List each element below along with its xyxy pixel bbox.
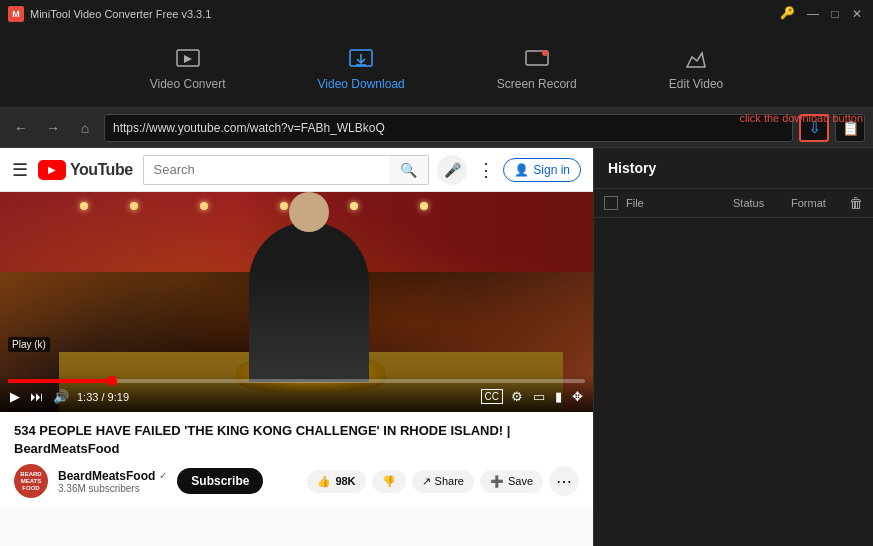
- col-format: Format: [791, 197, 841, 209]
- share-label: Share: [435, 475, 464, 487]
- channel-avatar-text: BEARDMEATSFOOD: [20, 471, 41, 493]
- settings-button[interactable]: ⚙: [509, 387, 525, 406]
- progress-fill: [8, 379, 112, 383]
- back-button[interactable]: ←: [8, 115, 34, 141]
- share-icon: ↗: [422, 475, 431, 488]
- download-hint: click the download button: [739, 112, 863, 124]
- tab-edit-video-label: Edit Video: [669, 77, 724, 91]
- next-button[interactable]: ⏭: [28, 387, 45, 406]
- channel-avatar: BEARDMEATSFOOD: [14, 464, 48, 498]
- delete-all-button[interactable]: 🗑: [849, 195, 863, 211]
- select-all-checkbox[interactable]: [604, 196, 618, 210]
- channel-name-row: BeardMeatsFood ✓: [58, 469, 167, 483]
- title-bar: M MiniTool Video Converter Free v3.3.1 🔑…: [0, 0, 873, 28]
- hamburger-icon[interactable]: ☰: [12, 159, 28, 181]
- person-head: [289, 192, 329, 232]
- save-button[interactable]: ➕ Save: [480, 470, 543, 493]
- share-button[interactable]: ↗ Share: [412, 470, 474, 493]
- channel-name[interactable]: BeardMeatsFood: [58, 469, 155, 483]
- thumbs-up-icon: 👍: [317, 475, 331, 488]
- history-title: History: [594, 148, 873, 189]
- volume-button[interactable]: 🔊: [51, 387, 71, 406]
- like-button[interactable]: 👍 98K: [307, 470, 365, 493]
- more-options-icon[interactable]: ⋮: [477, 159, 495, 181]
- history-table-header: File Status Format 🗑: [594, 189, 873, 218]
- minimize-button[interactable]: —: [805, 6, 821, 22]
- svg-point-5: [542, 50, 548, 56]
- browser-area: ☰ YouTube 🔍 🎤 ⋮ 👤 Sign in: [0, 148, 593, 546]
- progress-bar[interactable]: [8, 379, 585, 383]
- tab-screen-record-label: Screen Record: [497, 77, 577, 91]
- subtitles-button[interactable]: CC: [481, 389, 503, 404]
- mic-button[interactable]: 🎤: [437, 155, 467, 185]
- tab-video-convert-label: Video Convert: [150, 77, 226, 91]
- maximize-button[interactable]: □: [827, 6, 843, 22]
- more-actions-button[interactable]: ⋯: [549, 466, 579, 496]
- video-info: 534 PEOPLE HAVE FAILED 'THE KING KONG CH…: [0, 412, 593, 508]
- app-logo: M: [8, 6, 24, 22]
- user-icon: 👤: [514, 163, 529, 177]
- home-button[interactable]: ⌂: [72, 115, 98, 141]
- app-title: MiniTool Video Converter Free v3.3.1: [30, 8, 211, 20]
- search-input[interactable]: [143, 155, 390, 185]
- main-content: ☰ YouTube 🔍 🎤 ⋮ 👤 Sign in: [0, 148, 873, 546]
- thumbs-down-icon: 👎: [382, 475, 396, 488]
- history-body: [594, 218, 873, 546]
- youtube-logo[interactable]: YouTube: [38, 160, 133, 180]
- sign-in-button[interactable]: 👤 Sign in: [503, 158, 581, 182]
- play-label: Play (k): [8, 337, 50, 352]
- youtube-logo-text: YouTube: [70, 161, 133, 179]
- video-controls: ▶ ⏭ 🔊 1:33 / 9:19 CC ⚙ ▭ ▮ ✥: [0, 375, 593, 412]
- like-count: 98K: [335, 475, 355, 487]
- history-panel: History File Status Format 🗑: [593, 148, 873, 546]
- subscribe-button[interactable]: Subscribe: [177, 468, 263, 494]
- channel-info: BeardMeatsFood ✓ 3.36M subscribers: [58, 469, 167, 494]
- sign-in-label: Sign in: [533, 163, 570, 177]
- video-container[interactable]: Play (k) ▶ ⏭ 🔊 1:33 / 9:19 CC ⚙: [0, 192, 593, 412]
- miniplayer-button[interactable]: ▭: [531, 387, 547, 406]
- search-wrapper: 🔍 🎤: [143, 155, 468, 185]
- controls-row: ▶ ⏭ 🔊 1:33 / 9:19 CC ⚙ ▭ ▮ ✥: [8, 387, 585, 406]
- tab-screen-record[interactable]: Screen Record: [481, 37, 593, 99]
- search-button[interactable]: 🔍: [389, 155, 429, 185]
- tab-video-download-label: Video Download: [318, 77, 405, 91]
- save-label: Save: [508, 475, 533, 487]
- channel-row: BEARDMEATSFOOD BeardMeatsFood ✓ 3.36M su…: [14, 464, 579, 498]
- header-right: ⋮ 👤 Sign in: [477, 158, 581, 182]
- person-silhouette: [249, 222, 369, 382]
- action-row: 👍 98K 👎 ↗ Share ➕ Save: [307, 466, 579, 496]
- window-controls: 🔑 — □ ✕: [780, 6, 865, 22]
- tab-video-convert[interactable]: Video Convert: [134, 37, 242, 99]
- col-file: File: [626, 197, 725, 209]
- key-icon[interactable]: 🔑: [780, 6, 795, 22]
- url-input[interactable]: [104, 114, 793, 142]
- col-status: Status: [733, 197, 783, 209]
- dislike-button[interactable]: 👎: [372, 470, 406, 493]
- youtube-logo-icon: [38, 160, 66, 180]
- theater-button[interactable]: ▮: [553, 387, 564, 406]
- youtube-header: ☰ YouTube 🔍 🎤 ⋮ 👤 Sign in: [0, 148, 593, 192]
- save-icon: ➕: [490, 475, 504, 488]
- play-button[interactable]: ▶: [8, 387, 22, 406]
- tab-video-download[interactable]: Video Download: [302, 37, 421, 99]
- nav-tabs: Video Convert Video Download Screen Reco…: [0, 28, 873, 108]
- video-title: 534 PEOPLE HAVE FAILED 'THE KING KONG CH…: [14, 422, 579, 458]
- fullscreen-button[interactable]: ✥: [570, 387, 585, 406]
- time-display: 1:33 / 9:19: [77, 391, 475, 403]
- close-button[interactable]: ✕: [849, 6, 865, 22]
- forward-button[interactable]: →: [40, 115, 66, 141]
- verified-icon: ✓: [159, 470, 167, 481]
- tab-edit-video[interactable]: Edit Video: [653, 37, 740, 99]
- channel-subscribers: 3.36M subscribers: [58, 483, 167, 494]
- video-section: Play (k) ▶ ⏭ 🔊 1:33 / 9:19 CC ⚙: [0, 192, 593, 546]
